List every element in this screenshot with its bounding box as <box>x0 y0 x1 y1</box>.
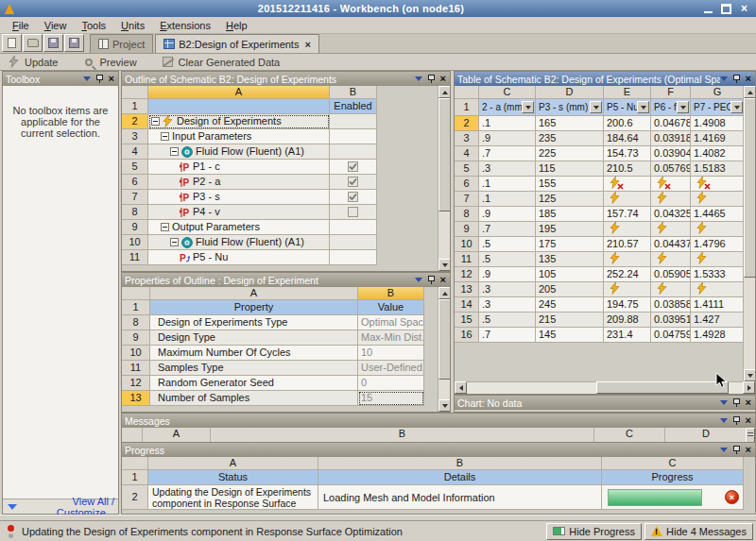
row-number[interactable]: 2 <box>122 485 148 510</box>
tab-project[interactable]: Project <box>90 34 153 53</box>
table-cell[interactable]: .5 <box>479 313 536 328</box>
filter-dropdown-icon[interactable] <box>522 101 534 113</box>
row-number[interactable]: 1 <box>455 99 479 116</box>
column-header-b[interactable]: B <box>330 86 377 99</box>
row-number[interactable]: 6 <box>122 175 148 190</box>
row-number[interactable]: 1 <box>122 470 148 485</box>
row-number[interactable]: 3 <box>455 131 479 146</box>
table-cell[interactable]: 245 <box>536 297 604 313</box>
menu-units[interactable]: Units <box>114 19 151 32</box>
outline-cell-a[interactable]: Fluid Flow (Fluent) (A1) <box>148 144 330 160</box>
property-cell[interactable]: Maximum Number Of Cycles <box>150 346 358 361</box>
outline-cell-b[interactable] <box>330 250 377 265</box>
table-cell[interactable]: .7 <box>479 328 536 343</box>
menu-tools[interactable]: Tools <box>75 19 112 32</box>
table-cell[interactable]: 184.64 <box>604 131 651 146</box>
table-cell[interactable] <box>651 282 691 297</box>
column-header-b[interactable]: B <box>358 287 424 300</box>
row-number[interactable]: 12 <box>122 376 150 391</box>
row-number[interactable]: 4 <box>122 144 148 160</box>
column-header-d[interactable]: D <box>536 86 604 99</box>
collapse-toggle-icon[interactable] <box>170 238 179 246</box>
corner-cell[interactable] <box>122 457 148 470</box>
messages-scrollbar[interactable] <box>746 428 755 443</box>
row-number[interactable]: 7 <box>122 190 148 205</box>
row-number[interactable]: 3 <box>122 129 148 144</box>
hide-progress-button[interactable]: Hide Progress <box>546 523 642 540</box>
value-cell[interactable]: 10 <box>358 346 424 361</box>
outline-cell-a[interactable]: Design of Experiments <box>148 114 330 129</box>
table-cell[interactable]: 209.88 <box>604 313 651 328</box>
stop-button[interactable]: × <box>725 490 739 504</box>
table-cell[interactable]: 125 <box>536 192 604 207</box>
table-cell[interactable] <box>604 282 651 297</box>
value-cell[interactable]: 0 <box>358 376 424 391</box>
table-cell[interactable]: 0.046781 <box>651 116 691 131</box>
column-header-c[interactable]: C <box>479 86 536 99</box>
outline-cell-a[interactable] <box>148 99 330 114</box>
outline-cell-b[interactable] <box>330 129 377 144</box>
table-cell[interactable]: 215 <box>536 313 604 328</box>
open-button[interactable] <box>23 34 43 52</box>
row-number[interactable]: 10 <box>455 237 479 252</box>
pin-icon[interactable] <box>733 398 740 407</box>
property-cell[interactable]: Design of Experiments Type <box>150 315 358 330</box>
table-cell[interactable]: 175 <box>536 237 604 252</box>
new-button[interactable] <box>2 34 22 52</box>
table-cell[interactable]: .5 <box>479 237 536 252</box>
filter-dropdown-icon[interactable] <box>677 101 689 113</box>
column-header-c[interactable]: C <box>594 428 665 443</box>
checkbox-checked[interactable] <box>348 192 358 202</box>
table-cell[interactable]: 205 <box>536 282 604 297</box>
table-cell[interactable]: 185 <box>536 207 604 222</box>
table-cell[interactable] <box>691 177 745 192</box>
close-icon[interactable]: × <box>440 276 446 284</box>
table-cell[interactable]: .3 <box>479 161 536 177</box>
table-cell[interactable] <box>651 252 691 267</box>
tab-close-icon[interactable]: × <box>304 39 310 50</box>
table-cell[interactable]: 155 <box>536 177 604 192</box>
table-cell[interactable]: 210.57 <box>604 237 651 252</box>
panel-menu-icon[interactable] <box>83 76 91 81</box>
outline-cell-a[interactable]: PP5 - Nu <box>148 250 330 265</box>
table-cell[interactable]: 157.74 <box>604 207 651 222</box>
table-cell[interactable] <box>651 177 691 192</box>
property-cell[interactable]: Number of Samples <box>150 391 358 406</box>
outline-cell-a[interactable]: PP3 - s <box>148 190 330 205</box>
column-header-a[interactable]: A <box>148 86 330 99</box>
filter-cell[interactable]: P5 - Nu <box>604 99 651 116</box>
table-cell[interactable]: 105 <box>536 267 604 282</box>
table-cell[interactable]: 135 <box>536 252 604 267</box>
minimize-button[interactable] <box>702 4 714 14</box>
table-cell[interactable] <box>651 222 691 237</box>
menu-view[interactable]: View <box>38 19 74 32</box>
row-number[interactable]: 8 <box>122 315 150 330</box>
panel-menu-icon[interactable] <box>720 76 728 81</box>
property-cell[interactable]: Samples Type <box>150 361 358 376</box>
row-number[interactable]: 1 <box>122 300 150 315</box>
column-header-a[interactable]: A <box>148 457 318 470</box>
table-cell[interactable]: .7 <box>479 222 536 237</box>
outline-cell-b[interactable] <box>330 160 377 175</box>
preview-button[interactable]: Preview <box>82 56 136 68</box>
outline-cell-a[interactable]: Input Parameters <box>148 129 330 144</box>
table-cell[interactable] <box>691 282 745 297</box>
pin-icon[interactable] <box>733 416 740 425</box>
filter-dropdown-icon[interactable] <box>590 101 602 113</box>
row-number[interactable]: 9 <box>122 220 148 235</box>
outline-cell-a[interactable]: PP4 - v <box>148 205 330 220</box>
table-cell[interactable]: 1.4111 <box>691 297 745 313</box>
table-cell[interactable]: .1 <box>479 116 536 131</box>
table-cell[interactable] <box>691 222 745 237</box>
outline-cell-a[interactable]: PP1 - c <box>148 160 330 175</box>
table-cell[interactable] <box>604 252 651 267</box>
table-cell[interactable] <box>691 252 745 267</box>
maximize-button[interactable] <box>720 4 732 14</box>
close-icon[interactable]: × <box>746 398 751 407</box>
table-cell[interactable]: 1.427 <box>691 313 745 328</box>
column-header-d[interactable]: D <box>665 428 747 443</box>
corner-cell[interactable] <box>122 287 150 300</box>
outline-cell-b[interactable] <box>330 175 377 190</box>
close-button[interactable]: × <box>738 4 750 14</box>
table-cell[interactable]: .1 <box>479 177 536 192</box>
